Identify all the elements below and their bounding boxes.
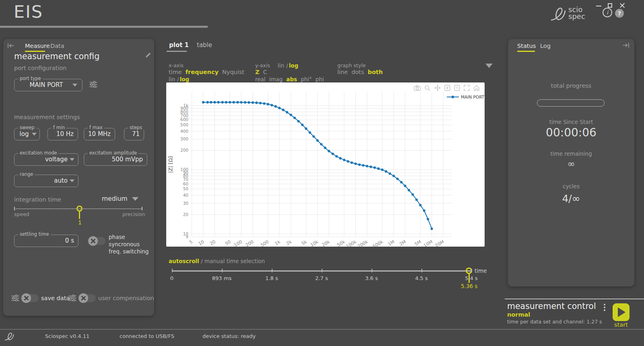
time-slider[interactable]: time 5.36 s 0893 ms1.8 s2.7 s3.6 s4.5 s5… bbox=[172, 270, 478, 290]
start-button[interactable] bbox=[613, 303, 630, 321]
option-abs[interactable]: abs bbox=[286, 76, 297, 82]
collapse-left-icon[interactable] bbox=[7, 43, 14, 49]
dropdown-arrow-icon bbox=[70, 179, 74, 182]
time-since-start-value: 00:00:06 bbox=[508, 126, 634, 139]
f-max-label: f max bbox=[88, 125, 104, 130]
steps-field[interactable]: steps 71 bbox=[124, 128, 144, 140]
settling-time-field[interactable]: settling time 0 s bbox=[14, 235, 78, 247]
port-configuration-label: port configuration bbox=[14, 65, 67, 71]
svg-text:frequency [Hz]: frequency [Hz] bbox=[302, 246, 341, 247]
manual-time-option[interactable]: manual time selection bbox=[204, 258, 265, 264]
time-tick-label: 4.5 s bbox=[415, 275, 428, 281]
option-time[interactable]: time bbox=[169, 69, 182, 75]
svg-text:20M: 20M bbox=[434, 239, 445, 247]
toggle-off-icon bbox=[21, 293, 31, 303]
svg-text:MAIN PORT: MAIN PORT bbox=[461, 95, 485, 99]
excitation-mode-field[interactable]: excitation mode voltage bbox=[14, 153, 78, 166]
x-axis-scale-options: lin/log bbox=[169, 76, 193, 82]
svg-text:100k: 100k bbox=[345, 239, 358, 247]
option-log[interactable]: log bbox=[180, 76, 190, 82]
kebab-menu-icon[interactable] bbox=[603, 303, 606, 312]
time-remaining-value: ∞ bbox=[508, 159, 634, 169]
collapse-right-icon[interactable] bbox=[622, 42, 630, 48]
svg-text:60: 60 bbox=[183, 181, 188, 186]
tab-table[interactable]: table bbox=[197, 41, 212, 49]
option-line[interactable]: line bbox=[337, 69, 348, 75]
tab-log[interactable]: Log bbox=[540, 43, 551, 49]
excitation-amplitude-value: 500 mVpp bbox=[87, 156, 143, 163]
range-field[interactable]: range auto bbox=[14, 175, 78, 187]
option-dots[interactable]: dots bbox=[351, 69, 364, 75]
option-c[interactable]: C bbox=[263, 69, 267, 75]
phase-sync-label: phase syncronous freq. switching bbox=[109, 233, 154, 255]
excitation-mode-label: excitation mode bbox=[18, 150, 59, 156]
f-min-field[interactable]: f min 10 Hz bbox=[47, 128, 78, 140]
option-nyquist[interactable]: Nyquist bbox=[222, 69, 244, 75]
play-icon bbox=[618, 307, 625, 317]
camera-icon[interactable] bbox=[414, 85, 421, 91]
save-data-label: save data bbox=[41, 295, 70, 301]
option-log[interactable]: log bbox=[289, 62, 299, 69]
time-tick-label: 2.7 s bbox=[315, 275, 328, 281]
svg-text:200k: 200k bbox=[357, 239, 369, 247]
total-progress-bar bbox=[537, 99, 605, 107]
integration-time-dropdown[interactable]: medium bbox=[102, 195, 138, 202]
sweep-value: log bbox=[18, 130, 31, 138]
option-frequency[interactable]: frequency bbox=[186, 69, 219, 75]
measurement-mode: normal bbox=[507, 311, 530, 318]
option-lin[interactable]: lin bbox=[169, 76, 175, 82]
option-phi[interactable]: phi° bbox=[301, 76, 312, 82]
f-max-value: 10 MHz bbox=[87, 130, 111, 138]
f-max-field[interactable]: f max 10 MHz bbox=[84, 128, 115, 140]
option-imag[interactable]: imag bbox=[269, 76, 283, 82]
measurement-control-title: measurement control bbox=[507, 301, 596, 311]
tab-data[interactable]: Data bbox=[50, 43, 64, 49]
svg-text:50: 50 bbox=[183, 186, 188, 191]
port-tune-icon[interactable] bbox=[89, 80, 97, 88]
svg-text:5: 5 bbox=[188, 239, 194, 245]
impedance-chart[interactable]: 51020501002005001k2k5k10k20k50k100k200k5… bbox=[166, 82, 485, 247]
svg-text:30: 30 bbox=[183, 201, 188, 206]
reset-axes-icon[interactable] bbox=[473, 85, 480, 91]
toggle-off-icon bbox=[78, 293, 88, 303]
dropdown-arrow-icon bbox=[70, 158, 74, 161]
option-z[interactable]: Z bbox=[255, 69, 260, 75]
logo-text-bottom: spec bbox=[568, 13, 585, 20]
user-compensation-toggle[interactable] bbox=[80, 294, 96, 302]
excitation-amplitude-field[interactable]: excitation amplitude 500 mVpp bbox=[84, 153, 147, 166]
autoscale-icon[interactable] bbox=[464, 85, 470, 91]
tab-measure[interactable]: Measure bbox=[25, 43, 50, 49]
port-type-field[interactable]: port type MAIN PORT bbox=[14, 79, 83, 91]
zoom-out-icon[interactable] bbox=[454, 85, 460, 91]
option-phi[interactable]: phi bbox=[316, 76, 324, 82]
option-both[interactable]: both bbox=[368, 69, 383, 75]
save-data-toggle[interactable] bbox=[23, 294, 39, 302]
maximize-icon[interactable] bbox=[608, 3, 612, 8]
close-icon[interactable] bbox=[619, 2, 625, 8]
pan-icon[interactable] bbox=[434, 85, 441, 91]
phase-sync-toggle[interactable] bbox=[89, 237, 105, 245]
svg-text:500: 500 bbox=[260, 239, 270, 247]
collapse-axis-controls-icon[interactable] bbox=[485, 64, 493, 68]
save-data-tune-icon[interactable] bbox=[11, 294, 19, 301]
integration-slider-handle[interactable] bbox=[76, 206, 83, 212]
time-tick bbox=[421, 269, 422, 272]
zoom-icon[interactable] bbox=[424, 85, 431, 91]
user-compensation-tune-icon[interactable] bbox=[68, 294, 76, 301]
tab-status[interactable]: Status bbox=[517, 43, 536, 49]
sweep-field[interactable]: sweep log bbox=[14, 128, 40, 140]
measurement-info: time per data set and channel: 1.27 s bbox=[507, 319, 602, 325]
option-lin[interactable]: lin bbox=[278, 62, 284, 69]
svg-text:5M: 5M bbox=[414, 239, 422, 247]
help-icon[interactable]: ? bbox=[615, 9, 624, 18]
tab-plot-1[interactable]: plot 1 bbox=[169, 41, 189, 49]
info-icon[interactable]: i bbox=[603, 8, 612, 17]
minimize-icon[interactable] bbox=[596, 6, 601, 6]
sciospec-logo-icon bbox=[550, 6, 568, 23]
total-progress-label: total progress bbox=[508, 82, 634, 89]
option-real[interactable]: real bbox=[255, 76, 266, 82]
zoom-in-icon[interactable] bbox=[444, 85, 450, 91]
autoscroll-option[interactable]: autoscroll bbox=[169, 258, 199, 264]
svg-text:10M: 10M bbox=[423, 239, 433, 247]
edit-pencil-icon[interactable] bbox=[145, 52, 151, 58]
